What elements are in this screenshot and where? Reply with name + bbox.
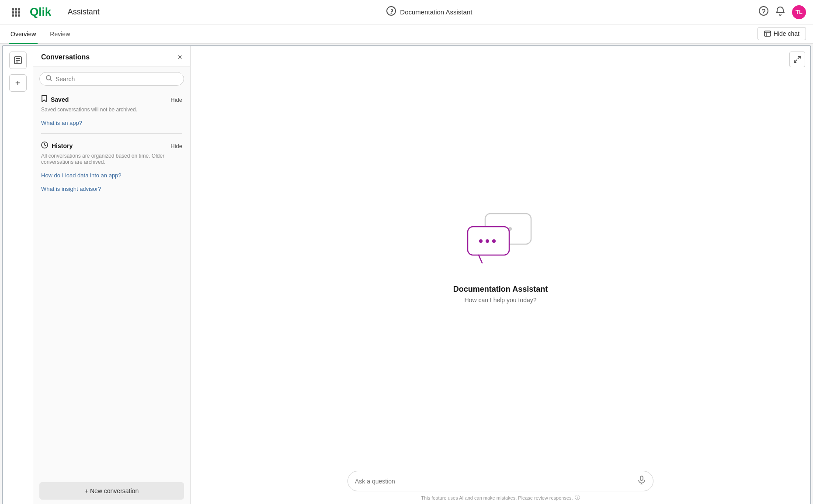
search-icon [46,75,52,83]
left-sidebar: + [3,46,33,504]
chat-main: Documentation Assistant How can I help y… [191,46,810,464]
chat-input-area: This feature uses AI and can make mistak… [191,464,810,504]
chat-input-row [347,471,653,491]
svg-rect-2 [18,8,20,10]
svg-point-10 [387,7,396,15]
svg-rect-8 [18,14,20,17]
conversations-title: Conversations [41,53,90,61]
svg-point-35 [492,239,496,243]
bell-icon-button[interactable] [775,6,785,18]
svg-line-32 [479,255,482,263]
svg-rect-14 [764,31,771,36]
conv-item-history-0[interactable]: How do I load data into an app? [33,169,190,182]
saved-section-title: Saved [51,96,69,103]
chat-input[interactable] [355,478,637,485]
tab-review[interactable]: Review [48,25,72,44]
saved-section-desc: Saved conversations will not be archived… [33,106,190,116]
conv-header: Conversations × [33,46,190,67]
navbar: Qlik Assistant Documentation Assistant T… [0,0,813,24]
conv-item-history-1[interactable]: What is insight advisor? [33,182,190,196]
grid-icon-button[interactable] [7,3,24,21]
doc-assistant-icon [386,6,396,18]
chat-disclaimer: This feature uses AI and can make mistak… [421,494,580,501]
history-section-title: History [52,142,73,149]
navbar-right: TL [759,5,806,19]
svg-point-34 [486,239,489,243]
svg-rect-36 [640,476,643,480]
conversations-panel: Conversations × [33,46,191,504]
history-section-header: History Hide [33,137,190,152]
doc-assistant-title: Documentation Assistant [400,8,472,16]
qlik-logo: Qlik [30,6,63,18]
svg-point-12 [759,7,768,15]
tabbar: Overview Review Hide chat [0,24,813,44]
new-item-button[interactable]: + [9,74,27,92]
svg-line-22 [50,79,52,81]
hide-chat-button[interactable]: Hide chat [757,27,806,40]
svg-rect-7 [15,14,17,17]
mic-button[interactable] [637,476,646,487]
search-bar [39,72,184,86]
info-icon: ⓘ [575,494,580,501]
tab-overview[interactable]: Overview [9,25,38,44]
new-conversation-button[interactable]: + New conversation [39,482,184,500]
chat-title: Documentation Assistant [453,285,548,294]
navbar-center: Documentation Assistant [100,6,759,18]
user-avatar[interactable]: TL [792,5,806,19]
chat-subtitle: How can I help you today? [465,297,537,304]
conversations-list-button[interactable] [9,52,27,69]
svg-rect-1 [15,8,17,10]
svg-point-33 [479,239,483,243]
conv-sections: Saved Hide Saved conversations will not … [33,91,190,477]
svg-rect-3 [12,11,14,14]
saved-section-header: Saved Hide [33,91,190,106]
svg-rect-0 [12,8,14,10]
svg-text:Qlik: Qlik [30,6,52,18]
history-icon [41,142,48,150]
svg-rect-5 [18,11,20,14]
bookmark-icon [41,95,47,104]
conv-item-saved-0[interactable]: What is an app? [33,116,190,130]
svg-rect-6 [12,14,14,17]
chat-area: Documentation Assistant How can I help y… [191,46,810,504]
svg-point-21 [46,76,51,80]
svg-point-11 [391,13,392,14]
svg-point-13 [764,14,764,14]
app-name-label: Assistant [68,7,100,17]
chat-illustration [461,207,540,274]
main-area: + Conversations × [2,45,811,504]
search-input[interactable] [56,76,177,83]
help-icon-button[interactable] [759,6,768,18]
hide-saved-button[interactable]: Hide [170,97,182,103]
svg-rect-4 [15,11,17,14]
hide-history-button[interactable]: Hide [170,143,182,149]
close-conversations-button[interactable]: × [177,53,182,61]
expand-chat-button[interactable] [789,52,805,67]
section-divider-1 [41,133,182,134]
history-section-desc: All conversations are organized based on… [33,152,190,169]
